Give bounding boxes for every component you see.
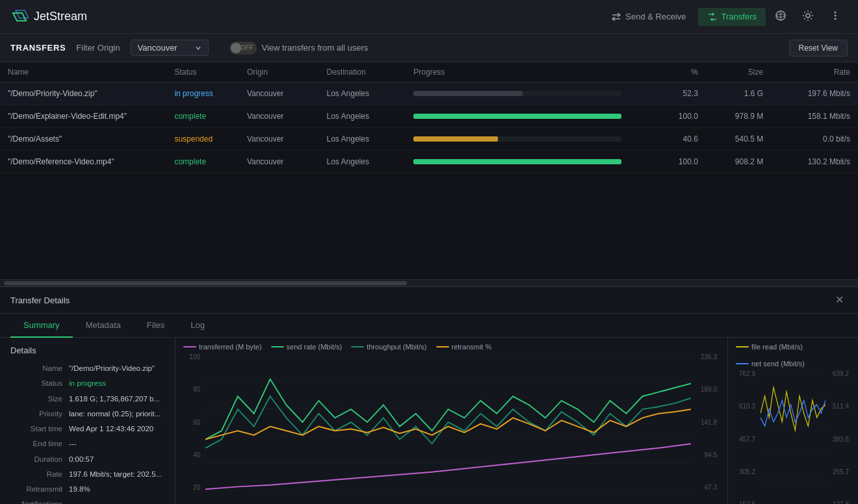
cell-rate: 197.6 Mbit/s bbox=[771, 82, 858, 105]
detail-row: Status in progress bbox=[10, 378, 164, 389]
transfers-table-body: "/Demo/Priority-Video.zip" in progress V… bbox=[0, 82, 858, 173]
filter-origin-select[interactable]: Vancouver bbox=[131, 40, 209, 56]
detail-value: --- bbox=[69, 438, 164, 449]
connect-button[interactable] bbox=[768, 6, 793, 27]
toggle-switch[interactable]: OFF bbox=[229, 42, 257, 55]
side-chart-svg bbox=[760, 370, 826, 504]
topnav-actions: Send & Receive Transfers bbox=[602, 6, 848, 27]
detail-value: --- bbox=[69, 499, 164, 504]
detail-value: 1.618 G; 1,736,867,207 b... bbox=[69, 394, 164, 405]
detail-row: Priority lane: normal (0.25); priorit... bbox=[10, 409, 164, 420]
side-y-4: 152.6 bbox=[736, 501, 755, 504]
table-header-row: Name Status Origin Destination Progress … bbox=[0, 62, 858, 82]
y-label-40: 40 bbox=[183, 451, 200, 459]
col-header-pct: % bbox=[655, 62, 706, 82]
legend-line bbox=[736, 346, 749, 347]
transfers-table: Name Status Origin Destination Progress … bbox=[0, 62, 858, 173]
logo-icon bbox=[10, 8, 29, 26]
detail-row: Start time Wed Apr 1 12:43:46 2020 bbox=[10, 423, 164, 435]
side-y-1: 610.3 bbox=[736, 403, 755, 410]
detail-key: Duration bbox=[10, 454, 69, 465]
legend-line bbox=[736, 363, 749, 364]
details-panel-title: Transfer Details bbox=[10, 296, 70, 305]
transfer-details-panel: Transfer Details ✕ Summary Metadata File… bbox=[0, 286, 858, 504]
transfers-button[interactable]: Transfers bbox=[698, 8, 766, 26]
send-receive-icon bbox=[611, 12, 621, 22]
detail-key: Name bbox=[10, 363, 69, 374]
transfers-icon bbox=[707, 12, 718, 22]
col-header-size: Size bbox=[706, 62, 771, 82]
table-row[interactable]: "/Demo/Explainer-Video-Edit.mp4" complet… bbox=[0, 105, 858, 128]
details-body: Details Name "/Demo/Priority-Video.zip" … bbox=[0, 338, 858, 504]
cell-origin: Vancouver bbox=[239, 128, 319, 151]
tab-log[interactable]: Log bbox=[177, 314, 218, 338]
scroll-thumb bbox=[4, 281, 407, 285]
reset-view-button[interactable]: Reset View bbox=[789, 40, 848, 57]
cell-name: "/Demo/Priority-Video.zip" bbox=[0, 82, 166, 105]
more-icon bbox=[829, 10, 841, 21]
legend-label: file read (Mbit/s) bbox=[751, 343, 803, 351]
more-button[interactable] bbox=[823, 6, 848, 27]
settings-button[interactable] bbox=[796, 6, 820, 27]
tab-files[interactable]: Files bbox=[134, 314, 177, 338]
view-all-users-toggle[interactable]: OFF View transfers from all users bbox=[229, 42, 369, 55]
main-chart-legend: transferred (M byte) send rate (Mbit/s) … bbox=[183, 343, 720, 351]
y-axis-left: 100 80 60 40 20 bbox=[183, 353, 203, 491]
detail-fields: Name "/Demo/Priority-Video.zip" Status i… bbox=[10, 363, 164, 504]
legend-item: transferred (M byte) bbox=[183, 343, 262, 351]
progress-bar-bg bbox=[413, 159, 621, 164]
col-header-name: Name bbox=[0, 62, 166, 82]
cell-destination: Los Angeles bbox=[319, 105, 406, 128]
cell-rate: 130.2 Mbit/s bbox=[771, 151, 858, 173]
detail-key: Notifications bbox=[10, 499, 69, 504]
y-label-60: 60 bbox=[183, 419, 200, 426]
horizontal-scrollbar[interactable] bbox=[0, 279, 858, 286]
side-yr-2: 383.5 bbox=[827, 436, 849, 443]
filter-origin-label: Filter Origin bbox=[76, 43, 120, 53]
y-right-label-3: 94.5 bbox=[694, 451, 717, 459]
tab-summary[interactable]: Summary bbox=[10, 314, 73, 338]
legend-line bbox=[351, 346, 364, 347]
svg-point-4 bbox=[806, 14, 810, 18]
side-chart-svg-wrap bbox=[760, 370, 826, 504]
legend-label: retransmit % bbox=[452, 343, 492, 351]
toolbar: TRANSFERS Filter Origin Vancouver OFF Vi… bbox=[0, 34, 858, 62]
legend-item: send rate (Mbit/s) bbox=[271, 343, 343, 351]
detail-value: Wed Apr 1 12:43:46 2020 bbox=[69, 423, 164, 435]
transfers-table-area: Name Status Origin Destination Progress … bbox=[0, 62, 858, 279]
cell-progress bbox=[406, 151, 655, 173]
legend-label: send rate (Mbit/s) bbox=[287, 343, 343, 351]
cell-pct: 40.6 bbox=[655, 128, 706, 151]
cell-size: 908.2 M bbox=[706, 151, 771, 173]
side-yr-0: 639.2 bbox=[827, 370, 849, 377]
table-row[interactable]: "/Demo/Assets" suspended Vancouver Los A… bbox=[0, 128, 858, 151]
close-details-button[interactable]: ✕ bbox=[831, 294, 848, 307]
legend-line bbox=[183, 346, 196, 347]
detail-value: 19.8% bbox=[69, 484, 164, 495]
details-section-title: Details bbox=[10, 346, 164, 355]
cell-name: "/Demo/Assets" bbox=[0, 128, 166, 151]
details-panel-header: Transfer Details ✕ bbox=[0, 287, 858, 314]
side-yr-3: 255.7 bbox=[827, 468, 849, 475]
table-row[interactable]: "/Demo/Reference-Video.mp4" complete Van… bbox=[0, 151, 858, 173]
svg-point-6 bbox=[835, 15, 837, 17]
cell-origin: Vancouver bbox=[239, 105, 319, 128]
legend-item: retransmit % bbox=[436, 343, 492, 351]
legend-item: net send (Mbit/s) bbox=[736, 360, 805, 368]
toggle-description: View transfers from all users bbox=[262, 43, 369, 53]
connect-icon bbox=[775, 10, 786, 21]
y-right-label-0: 236.3 bbox=[694, 353, 717, 360]
toggle-knob bbox=[231, 43, 241, 53]
legend-item: throughput (Mbit/s) bbox=[351, 343, 426, 351]
app-logo: JetStream bbox=[10, 8, 87, 26]
progress-bar-bg bbox=[413, 114, 621, 119]
tab-metadata[interactable]: Metadata bbox=[73, 314, 134, 338]
gear-icon bbox=[802, 10, 814, 21]
details-left-panel: Details Name "/Demo/Priority-Video.zip" … bbox=[0, 338, 176, 504]
table-row[interactable]: "/Demo/Priority-Video.zip" in progress V… bbox=[0, 82, 858, 105]
progress-bar-fill bbox=[413, 114, 621, 119]
send-receive-button[interactable]: Send & Receive bbox=[602, 8, 695, 26]
detail-row: Notifications --- bbox=[10, 499, 164, 504]
legend-line bbox=[271, 346, 284, 347]
legend-item: file read (Mbit/s) bbox=[736, 343, 803, 351]
